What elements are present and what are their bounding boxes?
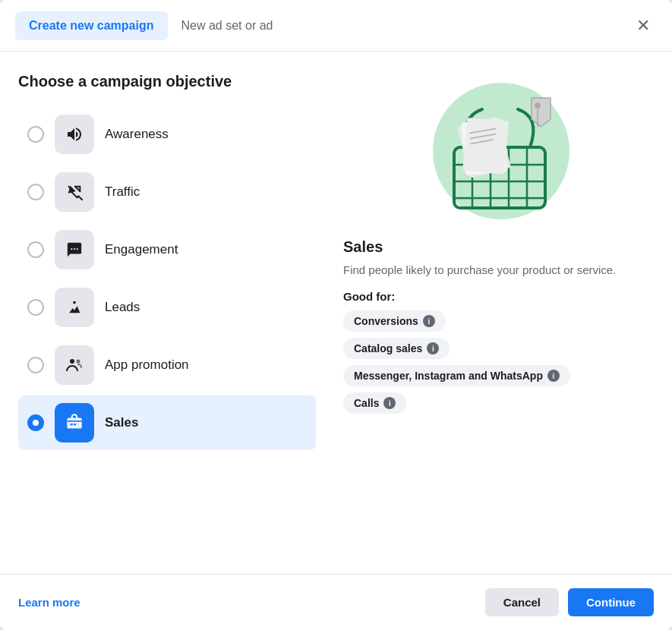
svg-point-4 — [73, 301, 76, 304]
tag-catalog-sales: Catalog sales i — [343, 338, 450, 359]
svg-rect-8 — [71, 424, 73, 425]
tag-conversions: Conversions i — [343, 310, 446, 332]
svg-rect-21 — [462, 117, 509, 174]
tab-new-ad-set[interactable]: New ad set or ad — [168, 11, 287, 40]
app-promotion-icon — [55, 345, 94, 385]
section-title: Choose a campaign objective — [18, 73, 316, 90]
traffic-label: Traffic — [105, 184, 140, 200]
modal-header: Create new campaign New ad set or ad ✕ — [0, 0, 672, 52]
svg-point-5 — [70, 359, 74, 364]
tag-calls-label: Calls — [354, 397, 379, 409]
svg-rect-9 — [74, 424, 76, 425]
svg-point-3 — [77, 248, 78, 250]
tag-conversions-info-icon[interactable]: i — [423, 315, 435, 327]
footer-actions: Cancel Continue — [485, 588, 654, 616]
svg-point-6 — [77, 360, 80, 364]
close-button[interactable]: ✕ — [629, 12, 657, 39]
radio-traffic — [27, 184, 44, 200]
radio-leads — [27, 299, 44, 316]
good-for-label: Good for: — [343, 290, 651, 303]
tag-messenger-label: Messenger, Instagram and WhatsApp — [354, 370, 543, 382]
tag-catalog-sales-info-icon[interactable]: i — [427, 342, 439, 354]
left-panel: Choose a campaign objective Awareness — [0, 52, 334, 574]
continue-button[interactable]: Continue — [568, 588, 654, 616]
tab-create-campaign[interactable]: Create new campaign — [15, 11, 168, 40]
modal-footer: Learn more Cancel Continue — [0, 574, 672, 630]
modal: Create new campaign New ad set or ad ✕ C… — [0, 0, 672, 630]
leads-label: Leads — [105, 300, 140, 315]
tag-catalog-sales-label: Catalog sales — [354, 342, 422, 354]
right-panel: Sales Find people likely to purchase you… — [334, 52, 672, 574]
svg-rect-7 — [67, 418, 82, 429]
objective-item-awareness[interactable]: Awareness — [18, 107, 316, 162]
objective-item-traffic[interactable]: Traffic — [18, 165, 316, 219]
awareness-label: Awareness — [105, 127, 169, 142]
radio-app-promotion — [27, 357, 44, 373]
radio-sales — [27, 414, 44, 431]
learn-more-link[interactable]: Learn more — [18, 596, 80, 609]
tag-calls-info-icon[interactable]: i — [383, 397, 396, 409]
engagement-icon — [55, 230, 94, 269]
tag-conversions-label: Conversions — [354, 315, 418, 327]
radio-awareness — [27, 126, 44, 143]
svg-point-2 — [74, 248, 75, 250]
engagement-label: Engagement — [105, 242, 178, 257]
cancel-button[interactable]: Cancel — [485, 588, 559, 616]
traffic-icon — [55, 172, 94, 212]
modal-body: Choose a campaign objective Awareness — [0, 52, 672, 574]
radio-engagement — [27, 241, 44, 258]
app-promotion-label: App promotion — [105, 358, 189, 373]
svg-point-1 — [71, 248, 72, 250]
sales-illustration — [414, 73, 581, 225]
awareness-icon — [55, 115, 94, 154]
objective-list: Awareness Traffic — [18, 107, 316, 450]
objective-item-engagement[interactable]: Engagement — [18, 222, 316, 277]
svg-point-25 — [535, 102, 541, 109]
leads-icon — [55, 288, 94, 327]
objective-item-app-promotion[interactable]: App promotion — [18, 338, 316, 392]
objective-item-leads[interactable]: Leads — [18, 280, 316, 335]
tag-calls: Calls i — [343, 392, 406, 414]
detail-description: Find people likely to purchase your prod… — [343, 262, 651, 278]
tags-list: Conversions i Catalog sales i Messenger,… — [343, 310, 651, 414]
objective-item-sales[interactable]: Sales — [18, 395, 316, 450]
detail-title: Sales — [343, 238, 651, 256]
tag-messenger: Messenger, Instagram and WhatsApp i — [343, 365, 570, 386]
tag-messenger-info-icon[interactable]: i — [547, 370, 560, 382]
sales-label: Sales — [105, 415, 138, 430]
sales-icon — [55, 403, 94, 443]
